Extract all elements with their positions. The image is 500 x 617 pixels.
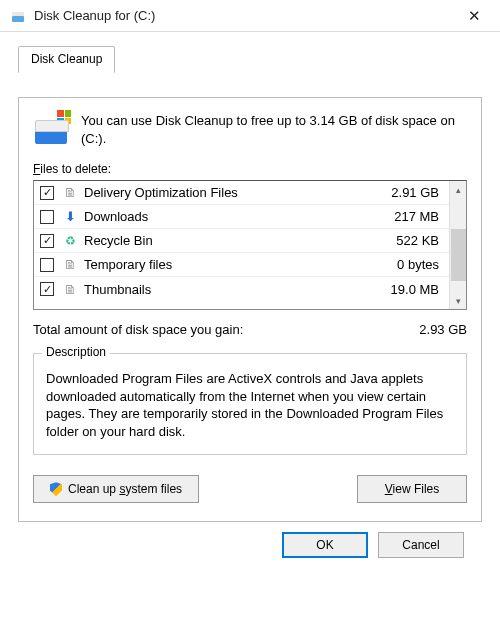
view-files-button[interactable]: View Files <box>357 475 467 503</box>
list-item-size: 217 MB <box>394 209 449 224</box>
list-item-label: Recycle Bin <box>84 233 396 248</box>
description-group: Description Downloaded Program Files are… <box>33 353 467 455</box>
list-item-label: Downloads <box>84 209 394 224</box>
checkbox[interactable] <box>40 234 54 248</box>
drive-icon <box>33 112 69 148</box>
list-item[interactable]: Thumbnails19.0 MB <box>34 277 449 301</box>
total-label: Total amount of disk space you gain: <box>33 322 243 337</box>
description-heading: Description <box>42 345 110 359</box>
files-listbox: Delivery Optimization Files2.91 GBDownlo… <box>33 180 467 310</box>
page-icon <box>62 281 78 297</box>
list-item[interactable]: Delivery Optimization Files2.91 GB <box>34 181 449 205</box>
list-item-size: 0 bytes <box>397 257 449 272</box>
checkbox[interactable] <box>40 210 54 224</box>
list-item-label: Temporary files <box>84 257 397 272</box>
list-item-size: 522 KB <box>396 233 449 248</box>
tab-panel: You can use Disk Cleanup to free up to 3… <box>18 97 482 522</box>
cleanup-system-files-button[interactable]: Clean up system files <box>33 475 199 503</box>
ok-button[interactable]: OK <box>282 532 368 558</box>
list-item-label: Delivery Optimization Files <box>84 185 391 200</box>
checkbox[interactable] <box>40 186 54 200</box>
description-text: Downloaded Program Files are ActiveX con… <box>46 370 454 440</box>
page-icon <box>62 257 78 273</box>
disk-cleanup-icon <box>10 8 26 24</box>
list-item[interactable]: Recycle Bin522 KB <box>34 229 449 253</box>
list-item-size: 2.91 GB <box>391 185 449 200</box>
files-to-delete-label: Files to delete: <box>33 162 467 176</box>
close-icon: ✕ <box>468 7 481 25</box>
window-title: Disk Cleanup for (C:) <box>34 8 452 23</box>
intro-text: You can use Disk Cleanup to free up to 3… <box>81 112 467 148</box>
scrollbar[interactable] <box>449 181 466 309</box>
list-item[interactable]: Downloads217 MB <box>34 205 449 229</box>
page-icon <box>62 185 78 201</box>
download-icon <box>62 209 78 225</box>
titlebar: Disk Cleanup for (C:) ✕ <box>0 0 500 32</box>
checkbox[interactable] <box>40 258 54 272</box>
total-value: 2.93 GB <box>419 322 467 337</box>
list-item-size: 19.0 MB <box>391 282 449 297</box>
shield-icon <box>50 482 62 496</box>
tab-disk-cleanup[interactable]: Disk Cleanup <box>18 46 115 73</box>
list-item-label: Thumbnails <box>84 282 391 297</box>
list-item[interactable]: Temporary files0 bytes <box>34 253 449 277</box>
checkbox[interactable] <box>40 282 54 296</box>
recycle-icon <box>62 233 78 249</box>
cancel-button[interactable]: Cancel <box>378 532 464 558</box>
close-button[interactable]: ✕ <box>452 1 496 31</box>
scrollbar-thumb[interactable] <box>451 229 466 281</box>
